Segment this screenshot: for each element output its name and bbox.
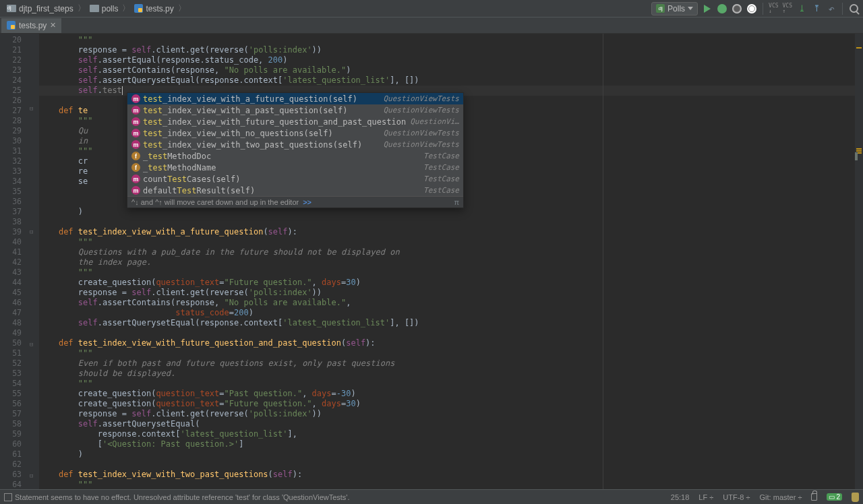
error-stripe[interactable] <box>855 34 863 489</box>
completion-item-class: TestCase <box>423 175 459 183</box>
line-number-gutter: 2021222324252627282930313233343536373839… <box>0 34 28 489</box>
fold-gutter: ⊟ ⊟ ⊟ ⊟ <box>28 34 39 489</box>
python-file-icon <box>134 4 143 13</box>
python-file-icon <box>7 21 16 30</box>
completion-item[interactable]: mtest_index_view_with_future_question_an… <box>127 116 463 127</box>
completion-item-class: QuestionVi… <box>410 117 459 126</box>
run-configuration-selector[interactable]: dj Polls <box>651 2 698 15</box>
field-icon: f <box>131 152 140 160</box>
completion-item[interactable]: f_testMethodNameTestCase <box>127 162 463 173</box>
coverage-button[interactable] <box>732 3 742 14</box>
completion-item[interactable]: mcountTestCases(self)TestCase <box>127 173 463 185</box>
fold-marker-icon[interactable]: ⊟ <box>30 228 33 235</box>
field-icon: f <box>131 163 140 172</box>
fold-marker-icon[interactable]: ⊟ <box>30 105 33 112</box>
warning-marker[interactable] <box>856 150 862 152</box>
play-icon <box>704 5 711 13</box>
completion-item[interactable]: f_testMethodDocTestCase <box>127 150 463 162</box>
editor-tabs: tests.py ✕ <box>0 18 863 34</box>
method-icon: m <box>131 175 140 183</box>
completion-item-name: test_index_view_with_a_future_question(s… <box>143 94 357 104</box>
breadcrumb-file[interactable]: tests.py <box>131 4 176 13</box>
method-icon: m <box>131 140 140 149</box>
completion-item-class: QuestionViewTests <box>383 106 459 115</box>
method-icon: m <box>131 117 140 126</box>
encoding-selector[interactable]: UTF-8 ÷ <box>723 493 750 501</box>
completion-item-class: QuestionViewTests <box>383 94 459 103</box>
globe-icon <box>747 4 756 13</box>
method-icon: m <box>131 106 140 115</box>
target-icon <box>732 4 742 13</box>
completion-item[interactable]: mtest_index_view_with_a_future_question(… <box>127 93 463 104</box>
warning-marker[interactable] <box>856 47 862 49</box>
completion-item-class: TestCase <box>423 163 459 172</box>
caret-position[interactable]: 25:18 <box>671 493 690 501</box>
status-message: Statement seems to have no effect. Unres… <box>15 493 350 501</box>
editor[interactable]: 2021222324252627282930313233343536373839… <box>0 34 863 489</box>
search-everywhere-button[interactable] <box>848 3 859 14</box>
hector-icon[interactable] <box>852 493 859 502</box>
breadcrumb: djtp_first_steps 〉 polls 〉 tests.py 〉 <box>4 3 187 14</box>
completion-item[interactable]: mdefaultTestResult(self)TestCase <box>127 185 463 196</box>
text-caret <box>122 86 123 95</box>
completion-item[interactable]: mtest_index_view_with_no_questions(self)… <box>127 127 463 139</box>
django-folder-icon <box>7 5 16 12</box>
tab-label: tests.py <box>19 21 47 30</box>
breadcrumb-folder[interactable]: polls <box>87 4 121 13</box>
completion-item-class: TestCase <box>423 152 459 160</box>
breadcrumb-root-label: djtp_first_steps <box>19 4 73 13</box>
completion-item[interactable]: mtest_index_view_with_two_past_questions… <box>127 139 463 150</box>
toolbar-right: dj Polls VCS↓ VCS↑ ⤓ ⤒ ↶ <box>651 2 859 15</box>
breadcrumb-separator: 〉 <box>76 3 87 14</box>
fold-marker-icon[interactable]: ⊟ <box>30 341 33 348</box>
completion-item-name: _testMethodName <box>143 163 216 172</box>
method-icon: m <box>131 129 140 137</box>
search-icon <box>850 4 858 13</box>
completion-more-link[interactable]: >> <box>303 198 311 206</box>
change-marker[interactable] <box>855 152 858 160</box>
completion-item[interactable]: mtest_index_view_with_a_past_question(se… <box>127 104 463 116</box>
folder-icon <box>90 5 99 12</box>
notifications-badge[interactable]: ▭ 2 <box>827 493 842 501</box>
status-bar: Statement seems to have no effect. Unres… <box>0 489 863 504</box>
method-icon: m <box>131 94 140 103</box>
completion-item-name: test_index_view_with_two_past_questions(… <box>143 140 362 150</box>
run-config-label: Polls <box>667 4 685 13</box>
completion-footer: ^↓ and ^↑ will move caret down and up in… <box>127 196 463 208</box>
breadcrumb-folder-label: polls <box>102 4 119 13</box>
toolbar-separator <box>842 3 843 15</box>
close-icon[interactable]: ✕ <box>50 21 56 30</box>
browser-button[interactable] <box>746 3 757 14</box>
right-margin-guide <box>603 34 603 489</box>
completion-item-class: QuestionViewTests <box>383 129 459 137</box>
method-icon: m <box>131 186 140 195</box>
code-completion-popup[interactable]: mtest_index_view_with_a_future_question(… <box>127 92 464 208</box>
completion-item-name: _testMethodDoc <box>143 152 211 161</box>
update-project-button[interactable]: ⤓ <box>796 3 807 14</box>
completion-item-class: QuestionViewTests <box>383 140 459 149</box>
completion-item-name: defaultTestResult(self) <box>143 186 255 195</box>
lock-icon[interactable] <box>811 493 817 501</box>
tool-window-toggle-icon[interactable] <box>4 493 12 501</box>
revert-button[interactable]: ↶ <box>826 3 837 14</box>
commit-button[interactable]: ⤒ <box>811 3 822 14</box>
breadcrumb-root[interactable]: djtp_first_steps <box>4 4 76 13</box>
bug-icon <box>717 4 727 13</box>
completion-item-name: test_index_view_with_a_past_question(sel… <box>143 106 347 115</box>
toolbar-separator <box>763 3 763 15</box>
file-tab-tests[interactable]: tests.py ✕ <box>1 18 61 33</box>
fold-marker-icon[interactable]: ⊟ <box>30 472 33 479</box>
code-area[interactable]: """ response = self.client.get(reverse('… <box>39 34 863 489</box>
chevron-down-icon <box>688 7 693 10</box>
debug-button[interactable] <box>717 3 727 14</box>
breadcrumb-separator: 〉 <box>121 3 131 14</box>
navigation-bar: djtp_first_steps 〉 polls 〉 tests.py 〉 dj… <box>0 0 863 18</box>
breadcrumb-file-label: tests.py <box>146 4 173 13</box>
git-branch[interactable]: Git: master ÷ <box>760 493 802 501</box>
vcs-label-icon: VCS↑ <box>783 3 792 14</box>
completion-item-name: test_index_view_with_future_question_and… <box>143 117 406 127</box>
run-button[interactable] <box>702 3 713 14</box>
breadcrumb-separator: 〉 <box>177 3 187 14</box>
warning-marker[interactable] <box>856 148 862 150</box>
line-separator-selector[interactable]: LF ÷ <box>698 493 713 501</box>
